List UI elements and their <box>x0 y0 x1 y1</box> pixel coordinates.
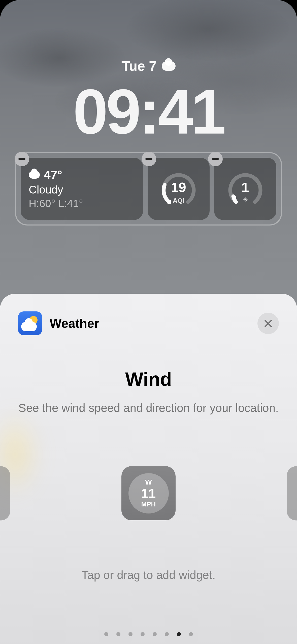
cloud-icon <box>29 171 40 179</box>
lock-screen: Tue 7 09:41 47° Cloudy H:60° L:41° <box>0 0 297 226</box>
uv-value: 1 <box>242 179 249 195</box>
sun-icon: ☀ <box>243 196 248 203</box>
page-dot[interactable] <box>141 632 145 636</box>
temperature: 47° <box>44 168 62 182</box>
page-dot[interactable] <box>104 632 108 636</box>
wind-compass: W 11 MPH <box>128 473 169 513</box>
remove-weather-button[interactable] <box>15 152 29 166</box>
aqi-gauge: 19 AQI <box>160 170 197 208</box>
widget-tray: 47° Cloudy H:60° L:41° 19 AQI <box>15 152 282 226</box>
wind-unit: MPH <box>141 500 156 508</box>
svg-rect-3 <box>212 158 219 160</box>
sheet-header: Weather <box>18 311 279 335</box>
condition-text: Cloudy <box>29 183 135 196</box>
wind-widget-preview[interactable]: W 11 MPH <box>121 466 176 520</box>
page-dot[interactable] <box>177 632 181 636</box>
time-text[interactable]: 09:41 <box>0 80 297 143</box>
date-text: Tue 7 <box>121 58 157 74</box>
page-dot[interactable] <box>116 632 120 636</box>
cloud-icon <box>21 322 37 331</box>
hint-text: Tap or drag to add widget. <box>18 568 279 582</box>
uv-widget[interactable]: 1 ☀ <box>214 158 276 220</box>
high-low-text: H:60° L:41° <box>29 198 135 210</box>
next-widget-peek[interactable] <box>287 466 297 520</box>
svg-rect-1 <box>145 158 152 160</box>
svg-rect-0 <box>18 158 25 160</box>
page-indicator[interactable] <box>18 632 279 636</box>
svg-point-2 <box>167 200 171 204</box>
weather-app-icon <box>18 311 42 335</box>
app-name: Weather <box>50 316 99 331</box>
widget-type-description: See the wind speed and direction for you… <box>18 400 279 416</box>
weather-widget[interactable]: 47° Cloudy H:60° L:41° <box>21 158 143 220</box>
wind-speed: 11 <box>141 487 156 500</box>
app-info: Weather <box>18 311 99 335</box>
page-dot[interactable] <box>189 632 193 636</box>
date-row[interactable]: Tue 7 <box>0 58 297 74</box>
widget-type-title: Wind <box>18 368 279 390</box>
uv-gauge: 1 ☀ <box>226 170 264 208</box>
cloud-icon <box>162 61 176 71</box>
remove-aqi-button[interactable] <box>142 152 156 166</box>
widget-preview-carousel[interactable]: W 11 MPH <box>18 466 279 520</box>
page-dot[interactable] <box>128 632 133 636</box>
close-button[interactable] <box>257 313 279 334</box>
page-dot[interactable] <box>153 632 157 636</box>
aqi-widget[interactable]: 19 AQI <box>148 158 210 220</box>
wind-direction: W <box>145 478 152 486</box>
aqi-value: 19 <box>171 179 186 195</box>
previous-widget-peek[interactable] <box>0 466 10 520</box>
svg-point-4 <box>232 196 236 200</box>
widget-picker-sheet: Weather Wind See the wind speed and dire… <box>0 294 297 644</box>
remove-uv-button[interactable] <box>208 152 223 166</box>
page-dot[interactable] <box>165 632 169 636</box>
aqi-label: AQI <box>173 197 184 205</box>
